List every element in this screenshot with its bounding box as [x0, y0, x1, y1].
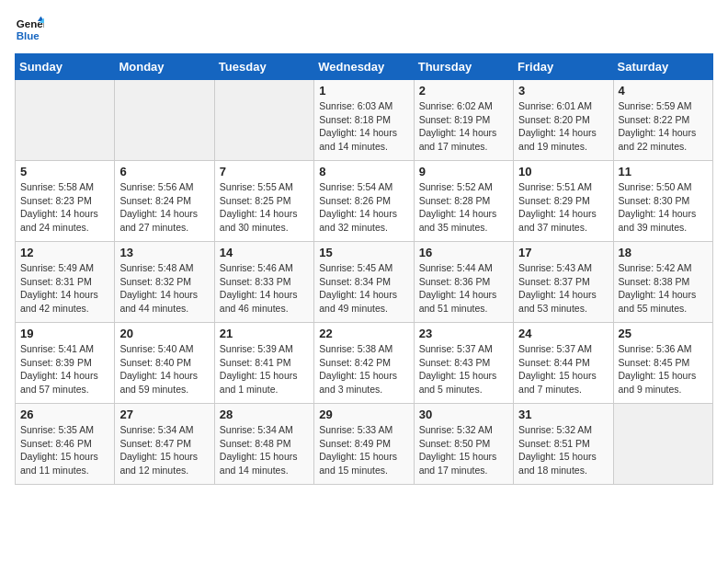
- day-info: and 11 minutes.: [20, 464, 109, 477]
- day-info: Sunset: 8:33 PM: [220, 275, 309, 289]
- day-info: Daylight: 15 hours: [20, 450, 109, 464]
- day-info: Sunrise: 5:55 AM: [220, 180, 309, 194]
- day-info: and 46 minutes.: [220, 302, 309, 316]
- day-info: Sunset: 8:50 PM: [419, 437, 508, 451]
- day-info: and 49 minutes.: [319, 302, 408, 316]
- day-cell-1: 1Sunrise: 6:03 AMSunset: 8:18 PMDaylight…: [314, 80, 414, 161]
- day-info: Sunset: 8:34 PM: [319, 275, 408, 289]
- day-info: Sunset: 8:43 PM: [419, 356, 508, 370]
- day-info: Sunrise: 5:45 AM: [319, 261, 408, 275]
- day-info: Sunset: 8:49 PM: [319, 437, 408, 451]
- day-number: 12: [20, 246, 109, 259]
- day-number: 25: [619, 327, 708, 340]
- day-number: 15: [319, 246, 408, 259]
- day-number: 10: [518, 165, 608, 178]
- day-number: 11: [619, 165, 708, 178]
- day-cell-19: 19Sunrise: 5:41 AMSunset: 8:39 PMDayligh…: [16, 323, 115, 404]
- day-info: Sunrise: 6:02 AM: [419, 99, 508, 113]
- day-cell-27: 27Sunrise: 5:34 AMSunset: 8:47 PMDayligh…: [115, 404, 214, 485]
- day-info: Sunrise: 5:42 AM: [619, 261, 708, 275]
- day-info: Daylight: 15 hours: [319, 450, 408, 464]
- day-info: Sunrise: 5:59 AM: [619, 99, 708, 113]
- day-cell-18: 18Sunrise: 5:42 AMSunset: 8:38 PMDayligh…: [613, 242, 712, 323]
- day-info: Sunset: 8:36 PM: [419, 275, 508, 289]
- day-cell-7: 7Sunrise: 5:55 AMSunset: 8:25 PMDaylight…: [214, 161, 313, 242]
- day-info: and 18 minutes.: [518, 464, 608, 477]
- day-info: Sunset: 8:41 PM: [220, 356, 309, 370]
- day-info: Sunrise: 5:51 AM: [518, 180, 608, 194]
- day-info: Sunrise: 5:52 AM: [419, 180, 508, 194]
- day-number: 18: [619, 246, 708, 259]
- day-info: Sunset: 8:40 PM: [119, 356, 209, 370]
- day-info: Daylight: 15 hours: [419, 369, 508, 383]
- day-info: Sunset: 8:47 PM: [119, 437, 209, 451]
- day-info: Sunset: 8:44 PM: [518, 356, 608, 370]
- day-info: and 12 minutes.: [119, 464, 209, 477]
- day-info: Sunset: 8:25 PM: [220, 194, 309, 208]
- header-day-friday: Friday: [514, 54, 613, 80]
- day-info: Daylight: 15 hours: [518, 369, 608, 383]
- header-day-monday: Monday: [115, 54, 214, 80]
- day-cell-11: 11Sunrise: 5:50 AMSunset: 8:30 PMDayligh…: [613, 161, 712, 242]
- day-info: Sunrise: 5:36 AM: [619, 342, 708, 356]
- week-row-4: 19Sunrise: 5:41 AMSunset: 8:39 PMDayligh…: [16, 323, 713, 404]
- day-info: Daylight: 15 hours: [419, 450, 508, 464]
- day-info: and 9 minutes.: [619, 383, 708, 396]
- day-info: Daylight: 15 hours: [619, 369, 708, 383]
- day-info: Sunrise: 5:34 AM: [220, 423, 309, 437]
- day-info: Sunrise: 5:48 AM: [119, 261, 209, 275]
- day-info: Sunrise: 5:54 AM: [319, 180, 408, 194]
- week-row-3: 12Sunrise: 5:49 AMSunset: 8:31 PMDayligh…: [16, 242, 713, 323]
- header-day-saturday: Saturday: [613, 54, 712, 80]
- day-info: Daylight: 14 hours: [119, 369, 209, 383]
- day-info: and 55 minutes.: [619, 302, 708, 316]
- day-cell-25: 25Sunrise: 5:36 AMSunset: 8:45 PMDayligh…: [613, 323, 712, 404]
- day-info: Sunrise: 5:50 AM: [619, 180, 708, 194]
- day-info: Sunrise: 5:43 AM: [518, 261, 608, 275]
- day-cell-5: 5Sunrise: 5:58 AMSunset: 8:23 PMDaylight…: [16, 161, 115, 242]
- day-info: Daylight: 14 hours: [619, 288, 708, 302]
- day-info: Sunrise: 5:32 AM: [518, 423, 608, 437]
- day-number: 20: [119, 327, 209, 340]
- day-info: Sunset: 8:39 PM: [20, 356, 109, 370]
- day-info: Daylight: 14 hours: [619, 126, 708, 140]
- day-info: Daylight: 14 hours: [518, 288, 608, 302]
- day-info: and 19 minutes.: [518, 140, 608, 154]
- page-header: General Blue: [15, 15, 713, 44]
- day-info: Sunrise: 6:03 AM: [319, 99, 408, 113]
- day-info: Daylight: 14 hours: [319, 126, 408, 140]
- day-cell-4: 4Sunrise: 5:59 AMSunset: 8:22 PMDaylight…: [613, 80, 712, 161]
- empty-cell: [613, 404, 712, 485]
- day-info: and 42 minutes.: [20, 302, 109, 316]
- day-number: 29: [319, 408, 408, 421]
- day-info: and 59 minutes.: [119, 383, 209, 396]
- empty-cell: [16, 80, 115, 161]
- day-number: 31: [518, 408, 608, 421]
- day-number: 19: [20, 327, 109, 340]
- day-cell-21: 21Sunrise: 5:39 AMSunset: 8:41 PMDayligh…: [214, 323, 313, 404]
- day-number: 4: [619, 84, 708, 98]
- day-number: 27: [119, 408, 209, 421]
- day-cell-17: 17Sunrise: 5:43 AMSunset: 8:37 PMDayligh…: [514, 242, 613, 323]
- day-cell-12: 12Sunrise: 5:49 AMSunset: 8:31 PMDayligh…: [16, 242, 115, 323]
- day-info: Sunrise: 5:38 AM: [319, 342, 408, 356]
- empty-cell: [115, 80, 214, 161]
- day-cell-14: 14Sunrise: 5:46 AMSunset: 8:33 PMDayligh…: [214, 242, 313, 323]
- day-info: Daylight: 14 hours: [518, 207, 608, 221]
- logo: General Blue: [15, 15, 44, 44]
- day-info: and 39 minutes.: [619, 221, 708, 235]
- day-cell-20: 20Sunrise: 5:40 AMSunset: 8:40 PMDayligh…: [115, 323, 214, 404]
- day-cell-8: 8Sunrise: 5:54 AMSunset: 8:26 PMDaylight…: [314, 161, 414, 242]
- day-info: and 32 minutes.: [319, 221, 408, 235]
- day-info: and 53 minutes.: [518, 302, 608, 316]
- day-info: Daylight: 14 hours: [20, 207, 109, 221]
- day-info: Daylight: 15 hours: [220, 450, 309, 464]
- day-info: Sunset: 8:22 PM: [619, 113, 708, 127]
- day-info: Sunset: 8:46 PM: [20, 437, 109, 451]
- day-number: 23: [419, 327, 508, 340]
- day-info: Sunrise: 5:46 AM: [220, 261, 309, 275]
- day-number: 16: [419, 246, 508, 259]
- day-info: Sunrise: 6:01 AM: [518, 99, 608, 113]
- day-number: 7: [220, 165, 309, 178]
- logo-icon: General Blue: [15, 15, 44, 44]
